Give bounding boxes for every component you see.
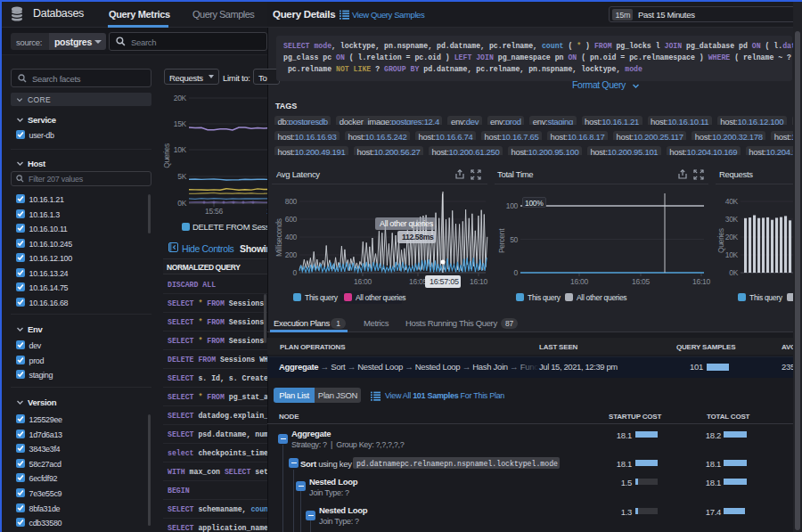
svg-text:600: 600 <box>285 215 298 224</box>
svg-text:20K: 20K <box>725 233 739 241</box>
svg-text:15K: 15K <box>174 119 187 128</box>
svg-text:200: 200 <box>285 250 298 259</box>
svg-text:100: 100 <box>506 201 519 210</box>
svg-text:0K: 0K <box>177 199 186 208</box>
svg-text:0K: 0K <box>729 268 738 277</box>
svg-text:800: 800 <box>285 197 298 206</box>
svg-text:1: 1 <box>266 207 267 216</box>
svg-text:Percent: Percent <box>497 228 506 253</box>
svg-text:10K: 10K <box>174 145 187 154</box>
svg-text:0: 0 <box>293 268 298 277</box>
svg-text:16:00: 16:00 <box>570 277 588 286</box>
svg-text:5K: 5K <box>177 172 186 181</box>
svg-text:50: 50 <box>510 235 518 244</box>
svg-text:30K: 30K <box>725 215 739 224</box>
svg-text:400: 400 <box>285 233 298 241</box>
svg-text:Queries: Queries <box>716 228 725 253</box>
svg-text:10K: 10K <box>725 250 739 259</box>
svg-text:Queries: Queries <box>163 143 171 168</box>
svg-text:16:05: 16:05 <box>632 277 650 286</box>
svg-text:0: 0 <box>514 268 519 277</box>
svg-text:40K: 40K <box>725 197 739 206</box>
svg-text:15:56: 15:56 <box>205 207 223 216</box>
svg-text:16:10: 16:10 <box>692 277 710 286</box>
svg-text:16:00: 16:00 <box>354 277 372 286</box>
svg-text:16:10: 16:10 <box>470 277 487 286</box>
svg-text:20K: 20K <box>174 94 187 102</box>
